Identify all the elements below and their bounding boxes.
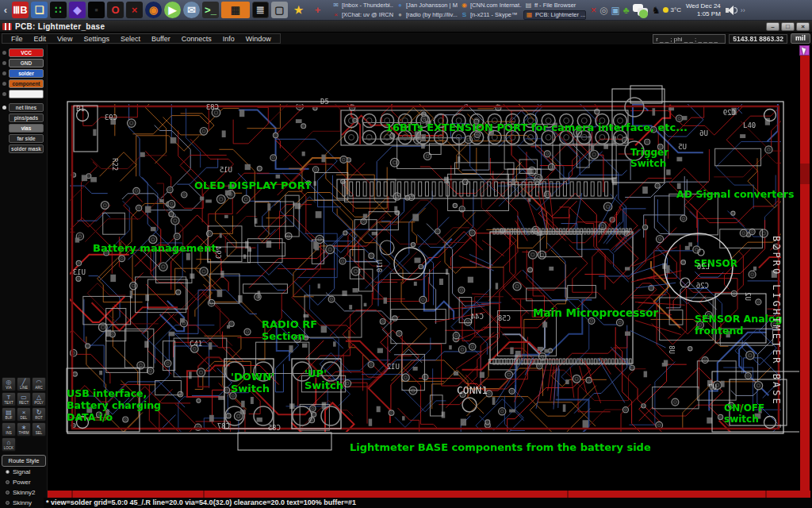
route-radio[interactable] [6,491,10,495]
tray-expand-icon[interactable]: ›› [741,6,745,14]
layer-button-silk[interactable] [9,90,44,98]
route-style-skinny2[interactable]: Skinny2 [0,487,48,498]
xchat-tray-icon[interactable]: × [591,6,596,15]
leaf-icon[interactable]: ♣ [623,6,630,15]
window-item-icon: ▦ [526,11,533,18]
pcb-logo-icon[interactable]: ⅢB [12,2,29,18]
taskbar-window-item[interactable]: ●[radio (by http://liv... [395,10,458,20]
chevron-left-icon[interactable]: ‹ [2,2,10,18]
tool-rot[interactable]: ↻ROT [32,407,46,421]
route-style-power[interactable]: Power [0,477,48,487]
pcb-active-icon[interactable]: ▦ [221,2,250,18]
toggle-button-far-side[interactable]: far side [9,134,44,143]
label-caption: Lightmeter BASE components from the batt… [350,441,651,453]
menu-settings[interactable]: Settings [78,35,115,43]
tool-arc[interactable]: ◠ARC [32,377,46,391]
firefox-icon[interactable]: ◉ [145,2,162,18]
taskbar-window-item[interactable]: ▦PCB: Lightmeter ... [523,10,586,20]
toggle-dot[interactable] [2,106,6,110]
route-style-button[interactable]: Route Style [2,455,46,467]
terminal-icon[interactable]: >_ [202,2,219,18]
display-icon[interactable]: ▢ [271,2,288,18]
silkscreen-ref-D5: D5 [320,98,329,106]
coordinate-entry[interactable]: r _ _ ; phi _ _ ; _ _ _ _ [653,34,726,44]
black-terminal-icon[interactable]: ▪ [88,2,105,18]
tool-del[interactable]: ×DEL [17,407,31,421]
wizard-icon[interactable]: ◆ [69,2,86,18]
cat-icon[interactable]: ♞ [652,6,661,15]
horizontal-scrollbar[interactable] [48,491,810,498]
tool-poly[interactable]: △POLY [32,392,46,406]
messenger-bubbles-icon[interactable] [633,3,649,17]
star-icon[interactable]: ★ [290,2,307,18]
taskbar-window-item[interactable]: S[n-x211 - Skype™ [459,10,522,20]
units-button[interactable]: mil [791,33,810,44]
menu-edit[interactable]: Edit [29,35,52,43]
clock[interactable]: Wed Dec 24 1:05 PM [686,2,721,18]
opera-icon[interactable]: O [107,2,124,18]
silkscreen-ref-U10: U10 [375,260,383,272]
file-manager-icon[interactable]: ❏ [31,2,48,18]
arc-tool-icon: ◠ [36,379,42,386]
taskbar-window-item[interactable]: ✉[Inbox - Thunderbi... [331,1,393,10]
photo-icon[interactable]: ▣ [611,6,620,15]
layer-visibility-dot[interactable] [2,61,6,65]
layer-button-component[interactable]: component [9,79,44,88]
tool-text[interactable]: TTEXT [2,392,16,406]
menu-connects[interactable]: Connects [176,35,217,43]
media-play-icon[interactable]: ▶ [164,2,181,18]
minimize-button[interactable]: – [766,22,779,31]
taskbar-window-item[interactable]: ▤ff - File Browser [523,1,586,10]
knot-icon[interactable]: ◎ [599,6,607,15]
tool-line[interactable]: ╱LINE [17,377,31,391]
tool-lock[interactable]: ⌂LOCK [2,437,16,452]
route-radio[interactable] [6,501,10,505]
menu-window[interactable]: Window [240,35,277,43]
toggle-button-pins-pads[interactable]: pins/pads [9,114,44,122]
flowchart-icon[interactable]: ∷ [50,2,67,18]
menu-buffer[interactable]: Buffer [146,35,176,43]
layer-visibility-dot[interactable] [2,82,6,86]
silkscreen-ref-C93: C93 [105,114,117,121]
tool-sel[interactable]: ↖SEL [32,422,46,437]
menu-view[interactable]: View [52,35,78,43]
vertical-scrollbar[interactable] [799,44,810,491]
tool-thrm[interactable]: ∗THRM [17,422,31,437]
taskbar-window-item[interactable]: ×[XChat: uv @ IRCN... [331,10,393,20]
layer-button-gnd[interactable]: GND [9,59,44,67]
menu-select[interactable]: Select [115,35,146,43]
layer-button-solder[interactable]: solder [9,69,44,78]
silkscreen-ref-L26: L26 [697,263,710,271]
volume-icon[interactable] [725,5,737,16]
maximize-button[interactable]: □ [781,22,795,31]
route-radio[interactable] [6,470,10,474]
xchat-icon[interactable]: × [126,2,143,18]
layer-visibility-dot[interactable] [2,51,6,55]
layer-visibility-dot[interactable] [2,71,6,75]
label-ad-converters: AD Signal converters [676,189,794,201]
menu-file[interactable]: File [6,35,29,43]
tool-via[interactable]: ◎VIA [2,377,16,391]
toggle-button-solder-mask[interactable]: solder mask [9,144,44,153]
mail-icon[interactable]: ✉ [183,2,200,18]
toggle-dot [2,137,6,140]
tool-buf[interactable]: ▤BUF [2,407,16,421]
layer-visibility-dot[interactable] [2,92,6,96]
tool-rect[interactable]: ▭RECT [17,392,31,406]
tool-red-icon[interactable]: + [309,2,326,18]
route-radio[interactable] [6,480,10,484]
close-button[interactable]: × [796,22,810,31]
route-style-signal[interactable]: Signal [0,467,48,477]
silkscreen-ref-C44: C44 [471,313,484,321]
taskbar-window-item[interactable]: ●[Jan Johansson | M... [395,1,458,10]
route-style-skinny[interactable]: Skinny [0,498,48,508]
taskbar-window-item[interactable]: ◉[CNN.com Internat... [459,1,522,10]
toggle-button-net-lines[interactable]: net lines [9,103,44,112]
menu-info[interactable]: Info [217,35,240,43]
rot-tool-icon: ↻ [36,410,42,416]
pcb-canvas-area[interactable]: 16BITs EXTENSION PORT for camera interfa… [48,44,799,491]
text-editor-icon[interactable]: ≣ [252,2,269,18]
tool-ins[interactable]: +INS [2,422,16,437]
layer-button-vcc[interactable]: VCC [9,48,44,57]
toggle-button-vias[interactable]: vias [9,124,44,133]
